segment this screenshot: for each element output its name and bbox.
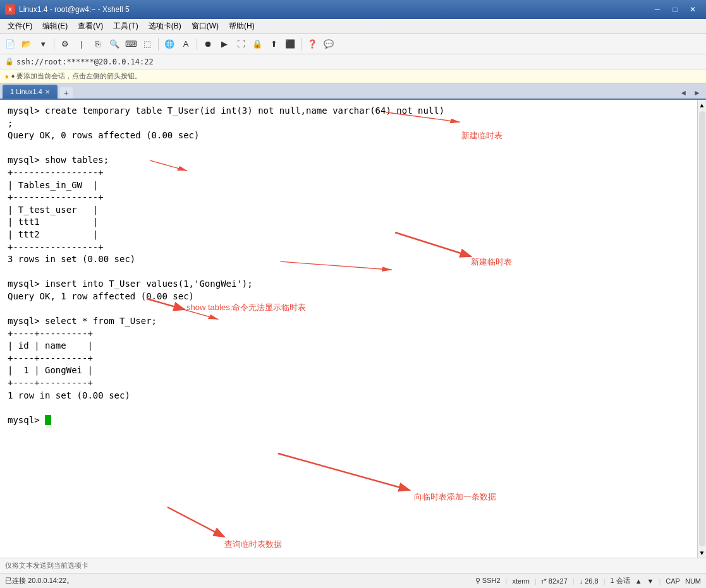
tab-next-button[interactable]: ► [691, 87, 703, 99]
session-icon: ♦ [5, 73, 9, 80]
tb-transfer[interactable]: ⬆ [266, 37, 281, 52]
terminal-wrapper: ▲ ▼ mysql> create temporary table T_User… [0, 100, 706, 558]
tb-expand[interactable]: ⛶ [233, 37, 248, 52]
tb-new[interactable]: 📄 [3, 37, 18, 52]
status-pos: ↓ 26,8 [580, 577, 599, 585]
window-title: Linux1.4 - root@gw4:~ - Xshell 5 [19, 5, 130, 14]
tb-sep4 [301, 38, 301, 51]
tab-close-icon[interactable]: ✕ [45, 88, 50, 95]
tb-font[interactable]: A [178, 37, 193, 52]
terminal-text: mysql> create temporary table T_User(id … [8, 105, 690, 426]
address-text: ssh://root:******@20.0.0.14:22 [16, 57, 154, 66]
tb-lock[interactable]: 🔒 [250, 37, 265, 52]
tab-bar: 1 Linux1.4 ✕ + ◄ ► [0, 83, 706, 100]
menu-tab[interactable]: 选项卡(B) [143, 20, 186, 33]
window-controls: ─ □ ✕ [649, 3, 701, 16]
status-rows: r* 82x27 [542, 577, 568, 585]
tab-prev-button[interactable]: ◄ [677, 87, 690, 99]
tb-sep-icon: | [74, 37, 89, 52]
tb-sep2 [158, 38, 159, 51]
tb-play[interactable]: ▶ [217, 37, 232, 52]
minimize-button[interactable]: ─ [649, 3, 666, 16]
tb-open[interactable]: 📂 [19, 37, 34, 52]
cursor [45, 415, 51, 425]
tb-find[interactable]: 🔍 [107, 37, 122, 52]
tb-msg[interactable]: 💬 [321, 37, 336, 52]
menu-bar: 文件(F) 编辑(E) 查看(V) 工具(T) 选项卡(B) 窗口(W) 帮助(… [0, 19, 706, 34]
tab-label: 1 Linux1.4 [10, 88, 42, 95]
bottom-bar: 仅将文本发送到当前选项卡 [0, 558, 706, 573]
status-arrow-down[interactable]: ▼ [647, 577, 654, 585]
tab-linux14[interactable]: 1 Linux1.4 ✕ [3, 85, 58, 99]
menu-tools[interactable]: 工具(T) [108, 20, 143, 33]
status-arrow-up[interactable]: ▲ [635, 577, 642, 585]
tb-help[interactable]: ❓ [305, 37, 320, 52]
terminal-content: mysql> create temporary table T_User(id … [8, 105, 690, 426]
tab-add-button[interactable]: + [60, 87, 73, 99]
status-num: NUM [685, 577, 701, 585]
scrollbar-down[interactable]: ▼ [698, 548, 707, 558]
session-bar: ♦ ♦ 要添加当前会话，点击左侧的箭头按钮。 [0, 69, 706, 83]
session-text: ♦ 要添加当前会话，点击左侧的箭头按钮。 [11, 71, 142, 81]
tb-copy[interactable]: ⎘ [90, 37, 106, 52]
tb-globe[interactable]: 🌐 [162, 37, 177, 52]
menu-help[interactable]: 帮助(H) [224, 20, 260, 33]
tb-properties[interactable]: ⚙ [58, 37, 73, 52]
status-sessions: 1 会话 [610, 576, 630, 585]
status-caps: CAP [666, 577, 680, 585]
scrollbar-up[interactable]: ▲ [698, 100, 707, 110]
menu-edit[interactable]: 编辑(E) [37, 20, 73, 33]
menu-file[interactable]: 文件(F) [3, 20, 37, 33]
title-bar: X Linux1.4 - root@gw4:~ - Xshell 5 ─ □ ✕ [0, 0, 706, 19]
close-button[interactable]: ✕ [685, 3, 701, 16]
app-icon: X [5, 4, 15, 15]
terminal[interactable]: mysql> create temporary table T_User(id … [0, 100, 697, 558]
status-ssh: ⚲ SSH2 [475, 577, 501, 585]
status-term: xterm [512, 577, 530, 585]
tab-nav: ◄ ► [677, 87, 703, 99]
tb-sep1 [54, 38, 54, 51]
status-bar: 已连接 20.0.0.14:22。 ⚲ SSH2 | xterm | r* 82… [0, 573, 706, 588]
tb-sep3 [197, 38, 197, 51]
status-connection: 已连接 20.0.0.14:22。 [5, 576, 73, 585]
tb-cmd[interactable]: ⌨ [123, 37, 138, 52]
scrollbar-track[interactable] [699, 111, 705, 546]
tb-rec[interactable]: ⏺ [200, 37, 216, 52]
menu-view[interactable]: 查看(V) [73, 20, 108, 33]
address-bar: 🔒 ssh://root:******@20.0.0.14:22 [0, 54, 706, 69]
menu-window[interactable]: 窗口(W) [186, 20, 224, 33]
toolbar: 📄 📂 ▾ ⚙ | ⎘ 🔍 ⌨ ⬚ 🌐 A ⏺ ▶ ⛶ 🔒 ⬆ ⬛ ❓ 💬 [0, 34, 706, 54]
maximize-button[interactable]: □ [667, 3, 683, 16]
tb-cmd2[interactable]: ⬚ [140, 37, 155, 52]
tb-dropdown[interactable]: ▾ [35, 37, 51, 52]
bottom-text: 仅将文本发送到当前选项卡 [5, 561, 88, 570]
tb-xftp[interactable]: ⬛ [283, 37, 298, 52]
lock-icon: 🔒 [5, 57, 14, 66]
